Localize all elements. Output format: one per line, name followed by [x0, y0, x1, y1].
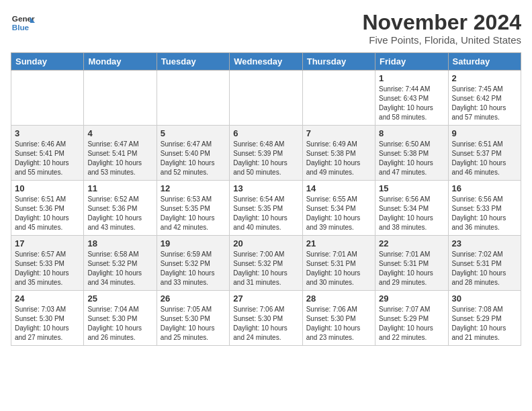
- calendar-cell: 1Sunrise: 7:44 AM Sunset: 6:43 PM Daylig…: [375, 71, 448, 126]
- calendar-cell: [84, 71, 157, 126]
- day-info: Sunrise: 7:03 AM Sunset: 5:30 PM Dayligh…: [15, 305, 80, 342]
- day-info: Sunrise: 6:47 AM Sunset: 5:40 PM Dayligh…: [161, 140, 226, 177]
- calendar-cell: 13Sunrise: 6:54 AM Sunset: 5:35 PM Dayli…: [230, 181, 302, 236]
- calendar-cell: 21Sunrise: 7:01 AM Sunset: 5:31 PM Dayli…: [302, 236, 375, 291]
- svg-text:Blue: Blue: [12, 23, 30, 32]
- calendar-cell: 5Sunrise: 6:47 AM Sunset: 5:40 PM Daylig…: [157, 126, 229, 181]
- day-info: Sunrise: 7:45 AM Sunset: 6:42 PM Dayligh…: [452, 85, 517, 122]
- calendar-cell: 22Sunrise: 7:01 AM Sunset: 5:31 PM Dayli…: [375, 236, 448, 291]
- calendar-cell: 8Sunrise: 6:50 AM Sunset: 5:38 PM Daylig…: [375, 126, 448, 181]
- calendar-cell: 10Sunrise: 6:51 AM Sunset: 5:36 PM Dayli…: [11, 181, 84, 236]
- logo: General Blue: [11, 11, 35, 35]
- calendar-cell: 9Sunrise: 6:51 AM Sunset: 5:37 PM Daylig…: [448, 126, 521, 181]
- day-info: Sunrise: 6:51 AM Sunset: 5:36 PM Dayligh…: [15, 195, 80, 232]
- day-info: Sunrise: 7:44 AM Sunset: 6:43 PM Dayligh…: [379, 85, 444, 122]
- day-number: 7: [306, 128, 371, 138]
- calendar-cell: 23Sunrise: 7:02 AM Sunset: 5:31 PM Dayli…: [448, 236, 521, 291]
- calendar-cell: [302, 71, 375, 126]
- day-number: 9: [452, 128, 517, 138]
- calendar-cell: 4Sunrise: 6:47 AM Sunset: 5:41 PM Daylig…: [84, 126, 157, 181]
- day-info: Sunrise: 6:51 AM Sunset: 5:37 PM Dayligh…: [452, 140, 517, 177]
- location-title: Five Points, Florida, United States: [362, 34, 521, 46]
- day-number: 11: [87, 183, 152, 193]
- week-row-3: 10Sunrise: 6:51 AM Sunset: 5:36 PM Dayli…: [11, 181, 521, 236]
- day-number: 30: [452, 293, 517, 304]
- month-title: November 2024: [362, 11, 521, 34]
- day-number: 18: [87, 238, 152, 248]
- day-info: Sunrise: 7:01 AM Sunset: 5:31 PM Dayligh…: [306, 250, 371, 287]
- day-info: Sunrise: 7:05 AM Sunset: 5:30 PM Dayligh…: [161, 305, 226, 342]
- calendar-cell: 2Sunrise: 7:45 AM Sunset: 6:42 PM Daylig…: [448, 71, 521, 126]
- weekday-header-saturday: Saturday: [448, 53, 521, 71]
- day-info: Sunrise: 7:07 AM Sunset: 5:29 PM Dayligh…: [379, 305, 444, 342]
- calendar-cell: 7Sunrise: 6:49 AM Sunset: 5:38 PM Daylig…: [302, 126, 375, 181]
- calendar-cell: [157, 71, 229, 126]
- calendar-cell: 14Sunrise: 6:55 AM Sunset: 5:34 PM Dayli…: [302, 181, 375, 236]
- calendar-cell: 25Sunrise: 7:04 AM Sunset: 5:30 PM Dayli…: [84, 291, 157, 346]
- logo-icon: General Blue: [11, 11, 35, 35]
- calendar-cell: 28Sunrise: 7:06 AM Sunset: 5:30 PM Dayli…: [302, 291, 375, 346]
- day-number: 2: [452, 73, 517, 83]
- calendar-cell: 11Sunrise: 6:52 AM Sunset: 5:36 PM Dayli…: [84, 181, 157, 236]
- day-info: Sunrise: 6:58 AM Sunset: 5:32 PM Dayligh…: [87, 250, 152, 287]
- calendar-cell: [230, 71, 302, 126]
- calendar-cell: 18Sunrise: 6:58 AM Sunset: 5:32 PM Dayli…: [84, 236, 157, 291]
- day-info: Sunrise: 6:49 AM Sunset: 5:38 PM Dayligh…: [306, 140, 371, 177]
- calendar-cell: 29Sunrise: 7:07 AM Sunset: 5:29 PM Dayli…: [375, 291, 448, 346]
- calendar-cell: 3Sunrise: 6:46 AM Sunset: 5:41 PM Daylig…: [11, 126, 84, 181]
- week-row-5: 24Sunrise: 7:03 AM Sunset: 5:30 PM Dayli…: [11, 291, 521, 346]
- calendar-cell: 16Sunrise: 6:56 AM Sunset: 5:33 PM Dayli…: [448, 181, 521, 236]
- weekday-header-wednesday: Wednesday: [230, 53, 302, 71]
- day-info: Sunrise: 6:54 AM Sunset: 5:35 PM Dayligh…: [233, 195, 298, 232]
- day-info: Sunrise: 7:00 AM Sunset: 5:32 PM Dayligh…: [233, 250, 298, 287]
- calendar-cell: 6Sunrise: 6:48 AM Sunset: 5:39 PM Daylig…: [230, 126, 302, 181]
- weekday-header-row: SundayMondayTuesdayWednesdayThursdayFrid…: [11, 53, 521, 71]
- calendar-cell: 17Sunrise: 6:57 AM Sunset: 5:33 PM Dayli…: [11, 236, 84, 291]
- week-row-2: 3Sunrise: 6:46 AM Sunset: 5:41 PM Daylig…: [11, 126, 521, 181]
- weekday-header-thursday: Thursday: [302, 53, 375, 71]
- day-number: 10: [15, 183, 80, 193]
- day-number: 24: [15, 293, 80, 304]
- day-number: 28: [306, 293, 371, 304]
- day-number: 16: [452, 183, 517, 193]
- calendar-cell: 12Sunrise: 6:53 AM Sunset: 5:35 PM Dayli…: [157, 181, 229, 236]
- week-row-4: 17Sunrise: 6:57 AM Sunset: 5:33 PM Dayli…: [11, 236, 521, 291]
- weekday-header-sunday: Sunday: [11, 53, 84, 71]
- day-number: 22: [379, 238, 444, 248]
- weekday-header-tuesday: Tuesday: [157, 53, 229, 71]
- day-number: 15: [379, 183, 444, 193]
- calendar-cell: 15Sunrise: 6:56 AM Sunset: 5:34 PM Dayli…: [375, 181, 448, 236]
- day-number: 19: [161, 238, 226, 248]
- day-number: 21: [306, 238, 371, 248]
- day-number: 12: [161, 183, 226, 193]
- day-info: Sunrise: 7:04 AM Sunset: 5:30 PM Dayligh…: [87, 305, 152, 342]
- calendar: SundayMondayTuesdayWednesdayThursdayFrid…: [11, 52, 521, 346]
- day-number: 8: [379, 128, 444, 138]
- day-number: 29: [379, 293, 444, 304]
- day-info: Sunrise: 6:46 AM Sunset: 5:41 PM Dayligh…: [15, 140, 80, 177]
- day-number: 13: [233, 183, 298, 193]
- day-info: Sunrise: 6:47 AM Sunset: 5:41 PM Dayligh…: [87, 140, 152, 177]
- day-info: Sunrise: 7:06 AM Sunset: 5:30 PM Dayligh…: [233, 305, 298, 342]
- calendar-cell: 24Sunrise: 7:03 AM Sunset: 5:30 PM Dayli…: [11, 291, 84, 346]
- day-number: 14: [306, 183, 371, 193]
- day-info: Sunrise: 6:57 AM Sunset: 5:33 PM Dayligh…: [15, 250, 80, 287]
- header: General Blue November 2024 Five Points, …: [11, 11, 521, 46]
- calendar-cell: 19Sunrise: 6:59 AM Sunset: 5:32 PM Dayli…: [157, 236, 229, 291]
- day-info: Sunrise: 6:56 AM Sunset: 5:34 PM Dayligh…: [379, 195, 444, 232]
- title-area: November 2024 Five Points, Florida, Unit…: [362, 11, 521, 46]
- weekday-header-friday: Friday: [375, 53, 448, 71]
- day-number: 3: [15, 128, 80, 138]
- day-info: Sunrise: 7:08 AM Sunset: 5:29 PM Dayligh…: [452, 305, 517, 342]
- day-info: Sunrise: 7:01 AM Sunset: 5:31 PM Dayligh…: [379, 250, 444, 287]
- calendar-cell: 26Sunrise: 7:05 AM Sunset: 5:30 PM Dayli…: [157, 291, 229, 346]
- calendar-cell: 27Sunrise: 7:06 AM Sunset: 5:30 PM Dayli…: [230, 291, 302, 346]
- day-info: Sunrise: 6:56 AM Sunset: 5:33 PM Dayligh…: [452, 195, 517, 232]
- calendar-cell: 20Sunrise: 7:00 AM Sunset: 5:32 PM Dayli…: [230, 236, 302, 291]
- day-info: Sunrise: 6:55 AM Sunset: 5:34 PM Dayligh…: [306, 195, 371, 232]
- day-info: Sunrise: 6:59 AM Sunset: 5:32 PM Dayligh…: [161, 250, 226, 287]
- day-number: 20: [233, 238, 298, 248]
- day-number: 23: [452, 238, 517, 248]
- day-number: 1: [379, 73, 444, 83]
- weekday-header-monday: Monday: [84, 53, 157, 71]
